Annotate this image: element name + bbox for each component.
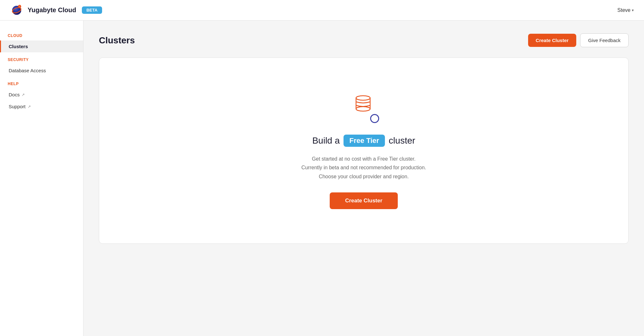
sidebar-item-clusters[interactable]: Clusters (0, 40, 83, 52)
sidebar-item-database-access[interactable]: Database Access (0, 65, 83, 76)
sidebar-section-cloud: CLOUD (0, 28, 83, 40)
header-right: Steve ▾ (617, 7, 634, 13)
database-dot-icon (370, 114, 379, 123)
sidebar-item-docs[interactable]: Docs ↗ (0, 89, 83, 101)
logo-icon (10, 3, 24, 17)
free-tier-badge: Free Tier (344, 135, 385, 147)
empty-state-headline: Build a Free Tier cluster (312, 135, 415, 147)
main-content: Clusters Create Cluster Give Feedback (83, 21, 644, 336)
chevron-down-icon: ▾ (632, 8, 634, 13)
user-menu[interactable]: Steve ▾ (617, 7, 634, 13)
external-link-icon-support: ↗ (28, 104, 31, 109)
logo-text: Yugabyte Cloud (28, 6, 76, 14)
external-link-icon-docs: ↗ (22, 93, 25, 97)
sidebar-item-label-clusters: Clusters (9, 44, 28, 49)
header: Yugabyte Cloud BETA Steve ▾ (0, 0, 644, 21)
logo-area: Yugabyte Cloud BETA (10, 3, 102, 17)
empty-state-description: Get started at no cost with a Free Tier … (301, 155, 426, 181)
sidebar-section-help: HELP (0, 76, 83, 89)
user-name: Steve (617, 7, 631, 13)
empty-state-icon (348, 92, 380, 124)
give-feedback-button[interactable]: Give Feedback (580, 33, 629, 47)
sidebar: CLOUD Clusters SECURITY Database Access … (0, 21, 83, 336)
description-line-3: Choose your cloud provider and region. (301, 172, 426, 181)
description-line-1: Get started at no cost with a Free Tier … (301, 155, 426, 163)
sidebar-item-label-support: Support (9, 104, 26, 109)
sidebar-item-support[interactable]: Support ↗ (0, 101, 83, 112)
empty-state-card: Build a Free Tier cluster Get started at… (99, 57, 629, 244)
layout: CLOUD Clusters SECURITY Database Access … (0, 21, 644, 336)
create-cluster-button-top[interactable]: Create Cluster (528, 34, 577, 47)
sidebar-section-security: SECURITY (0, 52, 83, 65)
headline-prefix: Build a (312, 136, 340, 146)
create-cluster-button-main[interactable]: Create Cluster (330, 192, 398, 209)
page-title: Clusters (99, 35, 135, 46)
description-line-2: Currently in beta and not recommended fo… (301, 163, 426, 172)
headline-suffix: cluster (389, 136, 415, 146)
svg-point-7 (356, 107, 370, 111)
beta-badge: BETA (82, 6, 102, 14)
header-actions: Create Cluster Give Feedback (528, 33, 629, 47)
svg-point-4 (356, 96, 370, 100)
sidebar-item-label-database-access: Database Access (9, 68, 46, 73)
sidebar-item-label-docs: Docs (9, 92, 20, 97)
page-header: Clusters Create Cluster Give Feedback (99, 33, 629, 47)
